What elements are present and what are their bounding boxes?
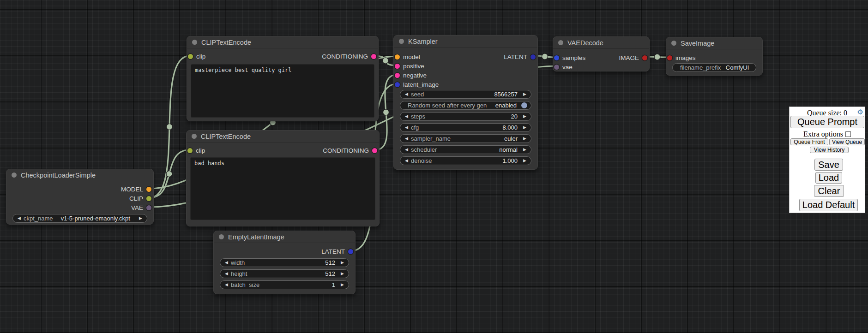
input-slot-positive[interactable]: positive <box>394 63 424 70</box>
output-slot-conditioning[interactable]: CONDITIONING <box>322 53 378 60</box>
collapse-toggle-dot[interactable] <box>558 40 563 45</box>
node-titlebar[interactable]: CLIPTextEncode <box>187 36 378 48</box>
output-slot-clip[interactable]: CLIP <box>129 195 153 202</box>
increase-arrow-icon[interactable]: ▶ <box>340 280 345 289</box>
clear-button[interactable]: Clear <box>814 185 844 197</box>
clip-output-dot[interactable] <box>146 196 151 201</box>
output-slot-latent[interactable]: LATENT <box>504 54 537 60</box>
collapse-toggle-dot[interactable] <box>192 134 197 139</box>
clip-input-dot[interactable] <box>187 148 193 153</box>
settings-gear-icon[interactable]: ⚙ <box>857 108 863 115</box>
view-history-button[interactable]: View History <box>810 147 849 153</box>
input-slot-vae[interactable]: vae <box>553 64 573 71</box>
decrease-arrow-icon[interactable]: ◀ <box>404 112 409 121</box>
widget-steps[interactable]: ◀ steps 20 ▶ <box>400 112 531 121</box>
positive-conditioning-input-dot[interactable] <box>395 64 400 69</box>
increase-arrow-icon[interactable]: ▶ <box>522 145 527 154</box>
widget-seed[interactable]: ◀ seed 8566257 ▶ <box>400 90 531 99</box>
widget-filename-prefix[interactable]: filename_prefix ComfyUI <box>672 63 756 72</box>
widget-random-seed-toggle[interactable]: Random seed after every gen enabled <box>400 101 531 110</box>
increase-arrow-icon[interactable]: ▶ <box>340 269 345 278</box>
collapse-toggle-dot[interactable] <box>219 234 224 239</box>
decrease-arrow-icon[interactable]: ◀ <box>224 280 229 289</box>
latent-output-dot[interactable] <box>348 249 353 254</box>
node-vae-decode[interactable]: VAEDecode samples IMAGE vae <box>553 36 650 71</box>
view-queue-button[interactable]: View Queue <box>829 138 865 145</box>
output-slot-image[interactable]: IMAGE <box>619 54 649 61</box>
output-slot-model[interactable]: MODEL <box>121 186 153 193</box>
image-output-dot[interactable] <box>642 55 647 60</box>
latent-image-input-dot[interactable] <box>395 82 400 87</box>
input-slot-clip[interactable]: clip <box>187 147 205 154</box>
collapse-toggle-dot[interactable] <box>671 41 676 46</box>
extra-options-checkbox[interactable] <box>845 131 851 137</box>
decrease-arrow-icon[interactable]: ◀ <box>17 214 22 223</box>
decrease-arrow-icon[interactable]: ◀ <box>224 258 229 267</box>
decrease-arrow-icon[interactable]: ◀ <box>224 269 229 278</box>
increase-arrow-icon[interactable]: ▶ <box>522 112 527 121</box>
negative-conditioning-input-dot[interactable] <box>395 73 400 78</box>
input-slot-negative[interactable]: negative <box>394 72 427 79</box>
collapse-toggle-dot[interactable] <box>192 40 197 45</box>
prompt-textarea[interactable]: masterpiece best quality girl <box>191 64 374 118</box>
collapse-toggle-dot[interactable] <box>399 39 404 44</box>
load-default-button[interactable]: Load Default <box>799 199 858 211</box>
prompt-textarea[interactable]: bad hands <box>190 157 375 220</box>
save-button[interactable]: Save <box>814 159 843 171</box>
input-slot-clip[interactable]: clip <box>187 53 205 60</box>
decrease-arrow-icon[interactable]: ◀ <box>404 90 409 99</box>
output-slot-conditioning[interactable]: CONDITIONING <box>323 147 379 154</box>
clip-input-dot[interactable] <box>188 54 193 59</box>
increase-arrow-icon[interactable]: ▶ <box>138 214 143 223</box>
node-clip-text-encode-positive[interactable]: CLIPTextEncode clip CONDITIONING masterp… <box>187 36 379 121</box>
widget-denoise[interactable]: ◀ denoise 1.000 ▶ <box>400 156 531 165</box>
widget-height[interactable]: ◀ height 512 ▶ <box>220 269 349 278</box>
output-slot-vae[interactable]: VAE <box>131 204 153 211</box>
node-titlebar[interactable]: SaveImage <box>666 37 762 49</box>
toggle-on-dot[interactable] <box>521 102 527 108</box>
decrease-arrow-icon[interactable]: ◀ <box>404 123 409 132</box>
node-save-image[interactable]: SaveImage images filename_prefix ComfyUI <box>666 37 763 76</box>
vae-output-dot[interactable] <box>146 205 151 210</box>
input-slot-latent-image[interactable]: latent_image <box>394 81 439 88</box>
node-titlebar[interactable]: EmptyLatentImage <box>214 231 355 243</box>
images-input-dot[interactable] <box>667 55 672 60</box>
widget-width[interactable]: ◀ width 512 ▶ <box>220 258 349 267</box>
queue-front-button[interactable]: Queue Front <box>790 138 828 145</box>
model-output-dot[interactable] <box>146 187 151 192</box>
node-titlebar[interactable]: CLIPTextEncode <box>187 131 379 143</box>
widget-sampler-name[interactable]: ◀ sampler_name euler ▶ <box>400 134 531 143</box>
collapse-toggle-dot[interactable] <box>12 172 17 178</box>
widget-batch-size[interactable]: ◀ batch_size 1 ▶ <box>220 280 349 289</box>
load-button[interactable]: Load <box>815 172 842 184</box>
increase-arrow-icon[interactable]: ▶ <box>522 90 527 99</box>
decrease-arrow-icon[interactable]: ◀ <box>404 156 409 165</box>
decrease-arrow-icon[interactable]: ◀ <box>404 134 409 143</box>
node-clip-text-encode-negative[interactable]: CLIPTextEncode clip CONDITIONING bad han… <box>186 130 380 226</box>
increase-arrow-icon[interactable]: ▶ <box>522 156 527 165</box>
input-slot-images[interactable]: images <box>666 54 696 61</box>
node-empty-latent-image[interactable]: EmptyLatentImage LATENT ◀ width 512 ▶ ◀ … <box>213 231 356 294</box>
increase-arrow-icon[interactable]: ▶ <box>340 258 345 267</box>
widget-cfg[interactable]: ◀ cfg 8.000 ▶ <box>400 123 531 132</box>
node-ksampler[interactable]: KSampler model LATENT positive negative <box>393 35 538 170</box>
latent-output-dot[interactable] <box>530 54 536 59</box>
node-titlebar[interactable]: VAEDecode <box>553 37 649 49</box>
node-titlebar[interactable]: KSampler <box>394 36 537 48</box>
conditioning-output-dot[interactable] <box>372 148 377 153</box>
widget-ckpt-name[interactable]: ◀ ckpt_name v1-5-pruned-emaonly.ckpt ▶ <box>12 214 147 223</box>
vae-input-dot[interactable] <box>554 65 559 70</box>
increase-arrow-icon[interactable]: ▶ <box>522 134 527 143</box>
node-titlebar[interactable]: CheckpointLoaderSimple <box>6 169 153 181</box>
input-slot-samples[interactable]: samples <box>553 54 585 61</box>
increase-arrow-icon[interactable]: ▶ <box>522 123 527 132</box>
queue-prompt-button[interactable]: Queue Prompt <box>790 116 864 128</box>
input-slot-model[interactable]: model <box>394 54 420 60</box>
decrease-arrow-icon[interactable]: ◀ <box>404 145 409 154</box>
node-checkpoint-loader-simple[interactable]: CheckpointLoaderSimple MODEL CLIP VAE ◀ … <box>6 169 154 225</box>
samples-input-dot[interactable] <box>554 55 559 60</box>
conditioning-output-dot[interactable] <box>371 54 376 59</box>
widget-scheduler[interactable]: ◀ scheduler normal ▶ <box>400 145 531 154</box>
output-slot-latent[interactable]: LATENT <box>321 248 355 255</box>
model-input-dot[interactable] <box>395 54 400 59</box>
